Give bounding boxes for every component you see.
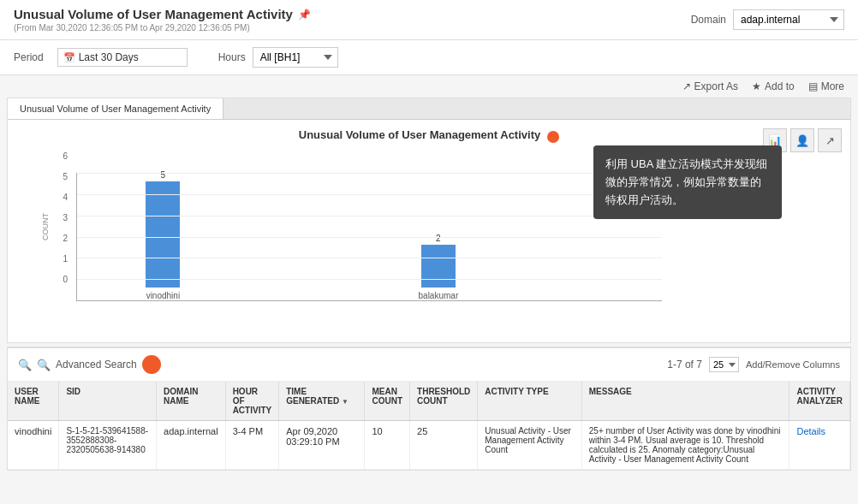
col-user-name: USERNAME <box>8 382 59 421</box>
export-icon: ↗ <box>682 80 691 92</box>
col-hour-of-activity: HOUROFACTIVITY <box>225 382 279 421</box>
cell-time-generated: Apr 09,2020 03:29:10 PM <box>279 421 365 470</box>
search-icon-2[interactable]: 🔍 <box>37 359 51 371</box>
tooltip-text: 利用 UBA 建立活动模式并发现细微的异常情况，例如异常数量的特权用户活动。 <box>605 157 767 206</box>
add-remove-columns-button[interactable]: Add/Remove Columns <box>746 359 840 370</box>
period-label: Period <box>14 51 44 63</box>
search-left: 🔍 🔍 Advanced Search <box>18 355 161 374</box>
col-domain-name: DOMAINNAME <box>157 382 226 421</box>
advanced-search-button[interactable]: Advanced Search <box>56 359 137 371</box>
bar-balakumar-rect[interactable] <box>421 245 456 288</box>
y-axis-label: COUNT <box>41 213 50 240</box>
grid-line-2 <box>77 258 662 258</box>
export-label: Export As <box>694 80 738 92</box>
col-sid: SID <box>59 382 157 421</box>
col-message: MESSAGE <box>581 382 789 421</box>
more-icon: ▤ <box>808 80 818 92</box>
col-mean-count: MEANCOUNT <box>365 382 410 421</box>
tab-bar: Unusual Volume of User Management Activi… <box>8 98 850 120</box>
pagination-text: 1-7 of 7 <box>667 359 702 371</box>
pin-icon[interactable]: 📌 <box>298 9 311 21</box>
chart-tooltip: 利用 UBA 建立活动模式并发现细微的异常情况，例如异常数量的特权用户活动。 <box>593 145 782 219</box>
grid-line-3 <box>77 237 662 238</box>
filter-bar: Period 📅 Last 30 Days Hours All [BH1] <box>0 40 858 75</box>
search-go-button[interactable] <box>142 355 161 374</box>
grid-line-1 <box>77 279 662 280</box>
more-label: More <box>821 80 844 92</box>
data-table: USERNAME SID DOMAINNAME HOUROFACTIVITY T… <box>8 382 850 470</box>
export-button[interactable]: ↗ Export As <box>682 80 738 92</box>
grid-line-6 <box>77 173 662 174</box>
tab-label: Unusual Volume of User Management Activi… <box>20 104 211 114</box>
top-bar: Unusual Volume of User Management Activi… <box>0 0 858 40</box>
cell-message: 25+ number of User Activity was done by … <box>581 421 789 470</box>
cell-user-name: vinodhini <box>8 421 59 470</box>
add-to-label: Add to <box>765 80 795 92</box>
main-content: Unusual Volume of User Management Activi… <box>7 98 851 343</box>
period-value: Last 30 Days <box>79 51 182 63</box>
col-activity-analyzer: ACTIVITYANALYZER <box>789 382 850 421</box>
chart-inner: 5 vinodhini 2 balakumar <box>76 173 662 301</box>
cell-activity-analyzer: Details <box>789 421 850 470</box>
domain-section: Domain adap.internal <box>691 9 844 30</box>
calendar-icon: 📅 <box>63 52 75 63</box>
details-link[interactable]: Details <box>796 426 825 436</box>
hours-label: Hours <box>218 51 246 63</box>
cell-threshold-count: 25 <box>410 421 478 470</box>
star-icon: ★ <box>752 80 761 92</box>
search-icon[interactable]: 🔍 <box>18 359 32 371</box>
hours-section: Hours All [BH1] <box>218 47 338 68</box>
page-subtitle: (From Mar 30,2020 12:36:05 PM to Apr 29,… <box>14 23 311 33</box>
page-title-text: Unusual Volume of User Management Activi… <box>14 7 293 21</box>
col-activity-type: ACTIVITY TYPE <box>478 382 582 421</box>
table-row: vinodhini S-1-5-21-539641588-3552888308-… <box>8 421 850 470</box>
chart-section: Unusual Volume of User Management Activi… <box>8 120 850 342</box>
chart-user-icon[interactable]: 👤 <box>790 128 814 152</box>
chart-title: Unusual Volume of User Management Activi… <box>299 128 540 141</box>
grid-line-4 <box>77 216 662 216</box>
more-button[interactable]: ▤ More <box>808 80 844 92</box>
chart-export-icon[interactable]: ↗ <box>818 128 842 152</box>
table-header-row: USERNAME SID DOMAINNAME HOUROFACTIVITY T… <box>8 382 850 421</box>
col-threshold-count: THRESHOLDCOUNT <box>410 382 478 421</box>
pagination: 1-7 of 7 25 Add/Remove Columns <box>667 357 840 372</box>
main-tab[interactable]: Unusual Volume of User Management Activi… <box>8 98 223 119</box>
cell-mean-count: 10 <box>365 421 410 470</box>
bar-vinodhini: 5 vinodhini <box>94 170 232 300</box>
search-bar: 🔍 🔍 Advanced Search 1-7 of 7 25 Add/Remo… <box>8 348 850 382</box>
domain-label: Domain <box>691 14 726 26</box>
cell-domain-name: adap.internal <box>157 421 226 470</box>
y-ticks: 6 5 4 3 2 1 0 <box>51 151 68 284</box>
bottom-section: 🔍 🔍 Advanced Search 1-7 of 7 25 Add/Remo… <box>7 347 851 471</box>
col-time-generated[interactable]: TIMEGENERATED ▼ <box>279 382 365 421</box>
add-to-button[interactable]: ★ Add to <box>752 80 795 92</box>
page-title: Unusual Volume of User Management Activi… <box>14 7 311 21</box>
grid-line-5 <box>77 194 662 195</box>
cell-sid: S-1-5-21-539641588-3552888308-2320505638… <box>59 421 157 470</box>
add-remove-label: Add/Remove Columns <box>746 359 840 370</box>
advanced-search-label: Advanced Search <box>56 359 137 371</box>
period-input[interactable]: 📅 Last 30 Days <box>57 48 188 67</box>
domain-select[interactable]: adap.internal <box>733 9 844 30</box>
title-section: Unusual Volume of User Management Activi… <box>14 7 311 33</box>
per-page-select[interactable]: 25 <box>709 357 739 372</box>
bar-vinodhini-rect[interactable] <box>146 181 180 288</box>
cell-hour-of-activity: 3-4 PM <box>225 421 279 470</box>
hours-select[interactable]: All [BH1] <box>253 47 338 68</box>
cell-activity-type: Unusual Activity - User Management Activ… <box>478 421 582 470</box>
bar-balakumar: 2 balakumar <box>370 234 508 300</box>
chart-title-wrap: Unusual Volume of User Management Activi… <box>25 128 833 145</box>
action-bar: ↗ Export As ★ Add to ▤ More <box>0 75 858 98</box>
chart-info-dot[interactable] <box>547 131 559 143</box>
